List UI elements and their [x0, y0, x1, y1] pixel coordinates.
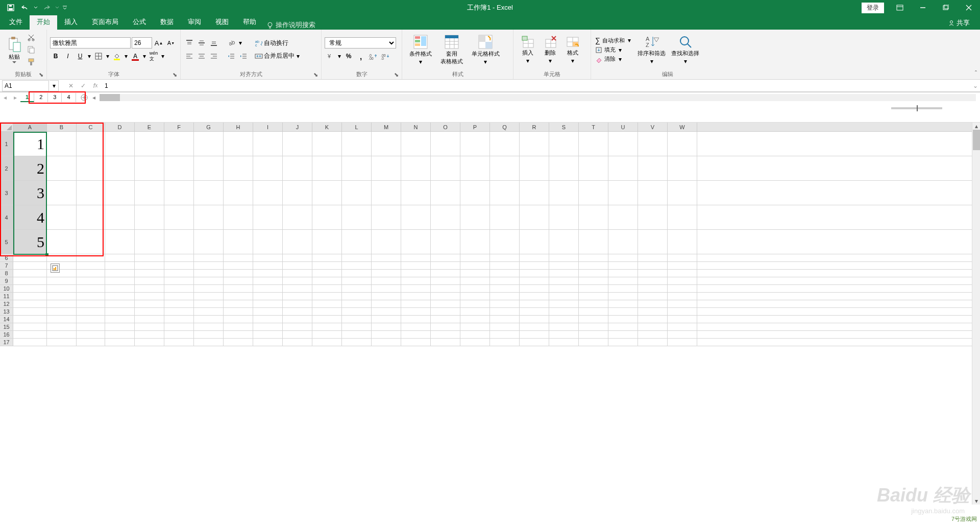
clear-button[interactable]: 清除▾: [594, 55, 632, 63]
underline-button[interactable]: U: [75, 51, 86, 62]
cell-style-icon: [478, 34, 493, 50]
fx-icon[interactable]: fx: [89, 80, 102, 91]
maximize-icon[interactable]: [934, 0, 957, 15]
format-cell-button[interactable]: 格式▾: [561, 32, 584, 67]
bold-button[interactable]: B: [50, 51, 61, 62]
tab-file[interactable]: 文件: [2, 14, 30, 30]
horizontal-scrollbar[interactable]: ◂ ▸: [100, 94, 976, 101]
cut-icon[interactable]: [26, 32, 37, 43]
sheet-tab[interactable]: 4: [62, 93, 76, 102]
tab-view[interactable]: 视图: [208, 14, 236, 30]
align-middle-icon[interactable]: [196, 37, 207, 49]
undo-icon[interactable]: [18, 1, 32, 14]
sheet-nav-prev-icon[interactable]: ◂: [0, 94, 10, 101]
cell-style-button[interactable]: 单元格样式▾: [468, 32, 503, 67]
svg-text:¥: ¥: [327, 53, 331, 59]
name-box-dropdown-icon[interactable]: ▾: [50, 80, 59, 91]
sheet-nav-next-icon[interactable]: ▸: [10, 94, 20, 101]
login-button[interactable]: 登录: [862, 3, 884, 13]
insert-cell-button[interactable]: 插入▾: [517, 32, 539, 67]
accounting-icon[interactable]: ¥: [325, 51, 336, 62]
font-size-combo[interactable]: [132, 37, 152, 49]
align-right-icon[interactable]: [208, 51, 219, 62]
border-dropdown-icon[interactable]: ▾: [105, 51, 110, 62]
merge-button[interactable]: 合并后居中 ▾: [252, 50, 302, 62]
expand-formula-bar-icon[interactable]: ⌄: [973, 82, 978, 89]
delete-cell-button[interactable]: 删除▾: [539, 32, 561, 67]
orientation-dropdown-icon[interactable]: ▾: [238, 37, 243, 49]
align-center-icon[interactable]: [196, 51, 207, 62]
styles-group-label: 样式: [452, 71, 463, 77]
add-sheet-icon[interactable]: [79, 93, 89, 102]
find-select-button[interactable]: 查找和选择▾: [669, 32, 702, 67]
increase-decimal-icon[interactable]: .0.00: [368, 51, 379, 62]
name-box[interactable]: A1: [2, 80, 49, 91]
border-icon[interactable]: [93, 51, 104, 62]
conditional-format-button[interactable]: 条件格式▾: [405, 32, 436, 67]
increase-font-icon[interactable]: A▲: [153, 37, 164, 49]
number-format-combo[interactable]: 常规: [325, 37, 396, 49]
lightbulb-icon: [266, 21, 274, 29]
sheet-tab[interactable]: 3: [48, 93, 62, 102]
svg-point-93: [680, 37, 689, 45]
decrease-indent-icon[interactable]: [226, 51, 237, 62]
fill-button[interactable]: 填充▾: [594, 45, 632, 54]
phonetic-icon[interactable]: wén文: [148, 51, 159, 62]
formula-input[interactable]: [102, 80, 980, 91]
minimize-icon[interactable]: [911, 0, 934, 15]
ribbon: 粘贴 剪贴板⬊ A▲ A▼ B I U ▾: [0, 30, 980, 80]
italic-button[interactable]: I: [62, 51, 74, 62]
font-name-combo[interactable]: [50, 37, 131, 49]
sheet-tab[interactable]: 1: [20, 93, 34, 102]
fill-color-icon[interactable]: [111, 51, 122, 62]
fill-dropdown-icon[interactable]: ▾: [124, 51, 129, 62]
tab-formulas[interactable]: 公式: [126, 14, 153, 30]
sort-filter-button[interactable]: AZ 排序和筛选▾: [635, 32, 669, 67]
decrease-decimal-icon[interactable]: .00.0: [380, 51, 391, 62]
comma-icon[interactable]: ,: [355, 51, 366, 62]
sheet-tab[interactable]: 2: [34, 93, 48, 102]
tab-page-layout[interactable]: 页面布局: [85, 14, 126, 30]
accounting-dropdown-icon[interactable]: ▾: [337, 51, 342, 62]
align-left-icon[interactable]: [184, 51, 195, 62]
ribbon-display-icon[interactable]: [888, 0, 911, 15]
align-launcher-icon[interactable]: ⬊: [312, 71, 319, 78]
redo-icon[interactable]: [40, 1, 53, 14]
cancel-formula-icon[interactable]: ✕: [65, 80, 77, 91]
decrease-font-icon[interactable]: A▼: [165, 37, 177, 49]
save-icon[interactable]: [4, 1, 17, 14]
collapse-ribbon-icon[interactable]: ˆ: [975, 70, 977, 77]
tab-data[interactable]: 数据: [153, 14, 181, 30]
align-top-icon[interactable]: [184, 37, 195, 49]
undo-dropdown-icon[interactable]: [33, 1, 39, 14]
share-button[interactable]: 共享: [944, 16, 974, 30]
horizontal-scroll-thumb[interactable]: [100, 94, 120, 101]
font-launcher-icon[interactable]: ⬊: [171, 71, 178, 78]
font-color-dropdown-icon[interactable]: ▾: [142, 51, 147, 62]
tab-help[interactable]: 帮助: [236, 14, 263, 30]
number-launcher-icon[interactable]: ⬊: [393, 71, 400, 78]
clipboard-launcher-icon[interactable]: ⬊: [37, 71, 44, 78]
format-table-button[interactable]: 套用 表格格式: [436, 32, 468, 67]
tab-home[interactable]: 开始: [30, 14, 57, 30]
tab-review[interactable]: 审阅: [181, 14, 208, 30]
increase-indent-icon[interactable]: [238, 51, 249, 62]
redo-dropdown-icon[interactable]: [54, 1, 60, 14]
enter-formula-icon[interactable]: ✓: [77, 80, 89, 91]
close-icon[interactable]: [957, 0, 980, 15]
tab-insert[interactable]: 插入: [57, 14, 85, 30]
orientation-icon[interactable]: ab: [226, 37, 237, 49]
copy-icon[interactable]: [26, 44, 37, 55]
align-bottom-icon[interactable]: [208, 37, 219, 49]
wrap-text-button[interactable]: abc 自动换行: [252, 37, 302, 49]
phonetic-dropdown-icon[interactable]: ▾: [160, 51, 165, 62]
qat-customize-icon[interactable]: [61, 1, 68, 14]
zoom-slider[interactable]: [891, 107, 942, 109]
tell-me[interactable]: 操作说明搜索: [266, 20, 315, 30]
font-color-icon[interactable]: A: [130, 51, 141, 62]
paste-button[interactable]: 粘贴: [3, 32, 26, 67]
underline-dropdown-icon[interactable]: ▾: [87, 51, 92, 62]
percent-icon[interactable]: %: [343, 51, 354, 62]
format-painter-icon[interactable]: [26, 56, 37, 67]
autosum-button[interactable]: ∑自动求和▾: [594, 36, 632, 45]
